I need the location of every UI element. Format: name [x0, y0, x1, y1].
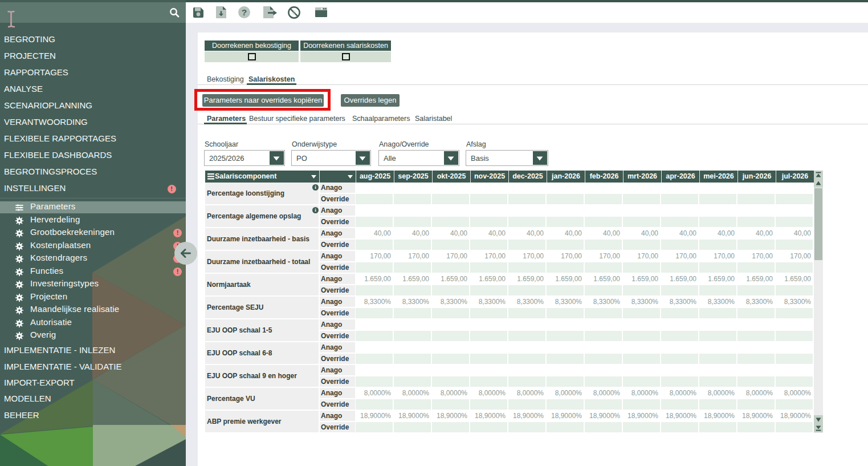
- svg-text:?: ?: [242, 7, 247, 17]
